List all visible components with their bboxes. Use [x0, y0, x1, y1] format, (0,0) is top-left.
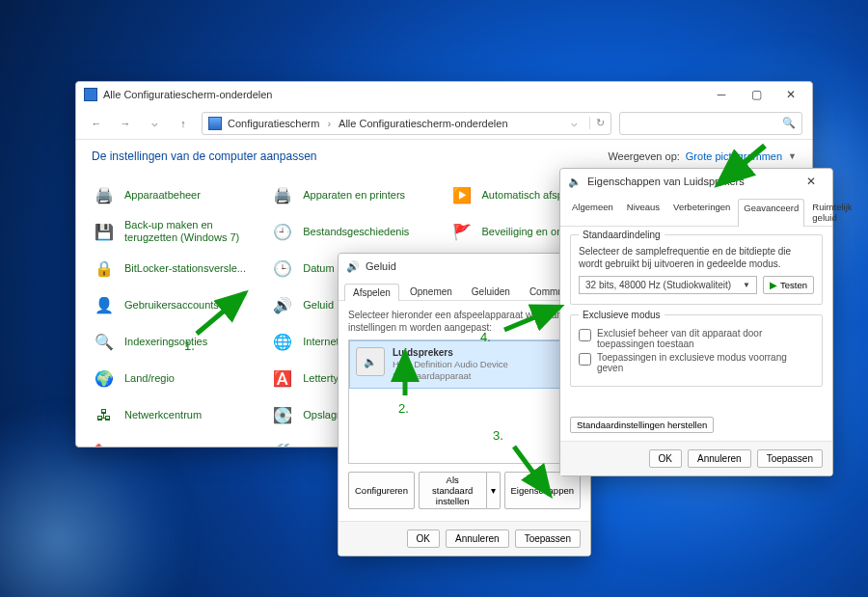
prop-tab[interactable]: Ruimtelijk geluid	[806, 198, 857, 226]
cp-item-label: Gebruikersaccounts	[124, 299, 219, 312]
back-button[interactable]: ←	[86, 113, 107, 134]
prop-title: Eigenschappen van Luidsprekers	[587, 176, 794, 187]
cp-item[interactable]: 🔍Indexeringsopties	[90, 325, 262, 358]
chevron-down-icon: ▼	[788, 151, 797, 161]
up-button[interactable]: ↑	[173, 113, 194, 134]
cp-item[interactable]: 🖧Netwerkcentrum	[90, 398, 262, 431]
cp-item[interactable]: 🔒BitLocker-stationsversle...	[90, 252, 262, 285]
cp-item[interactable]: 🖨️Apparaatbeheer	[90, 178, 262, 211]
restore-defaults-button[interactable]: Standaardinstellingen herstellen	[570, 417, 714, 433]
format-desc: Selecteer de samplefrequentie en de bitd…	[579, 245, 814, 270]
search-input[interactable]	[626, 118, 782, 129]
cp-item-icon: 🕒	[270, 256, 295, 281]
speaker-icon: 🔈	[356, 347, 385, 376]
cp-item[interactable]: 🕘Bestandsgeschiedenis	[268, 215, 441, 248]
cp-item-icon: ✏️	[92, 439, 117, 447]
maximize-button[interactable]: ▢	[739, 84, 773, 105]
apply-button[interactable]: Toepassen	[515, 529, 581, 548]
view-picker[interactable]: Weergeven op: Grote pictogrammen ▼	[608, 150, 797, 162]
cp-item-label: Geluid	[303, 299, 334, 312]
cp-item-label: Bestandsgeschiedenis	[303, 226, 409, 238]
breadcrumb-root[interactable]: Configuratiescherm	[228, 118, 319, 129]
group-exclusive-title: Exclusieve modus	[579, 310, 665, 320]
cp-item[interactable]: 🌍Land/regio	[90, 362, 262, 394]
exclusive-control-row[interactable]: Exclusief beheer van dit apparaat door t…	[579, 328, 814, 349]
group-exclusive: Exclusieve modus Exclusief beheer van di…	[570, 314, 823, 387]
cp-item[interactable]: 👤Gebruikersaccounts	[90, 288, 262, 321]
prop-tab[interactable]: Verbeteringen	[667, 198, 736, 226]
test-button-label: Testen	[780, 280, 807, 290]
device-status: Standaardapparaat	[393, 370, 508, 382]
exclusive-control-checkbox[interactable]	[579, 329, 591, 341]
cp-item-label: Apparaten en printers	[303, 189, 405, 202]
close-button[interactable]: ✕	[773, 84, 808, 105]
snd-tab[interactable]: Afspelen	[344, 284, 399, 301]
view-value[interactable]: Grote pictogrammen	[686, 150, 782, 162]
snd-tab[interactable]: Opnemen	[401, 283, 461, 300]
snd-button-row: Configureren Als standaard instellen ▾ E…	[348, 464, 581, 513]
cp-item[interactable]: 💾Back-up maken en terugzetten (Windows 7…	[90, 215, 262, 248]
snd-titlebar: 🔊 Geluid ✕	[339, 254, 590, 279]
cp-item-icon: 🕘	[270, 219, 295, 244]
cp-item-icon: 🖨️	[270, 182, 295, 207]
cancel-button[interactable]: Annuleren	[446, 529, 509, 548]
device-meta: Luidsprekers High Definition Audio Devic…	[393, 347, 508, 382]
apply-button[interactable]: Toepassen	[757, 449, 823, 468]
chevron-down-icon[interactable]: ⌵	[571, 117, 578, 129]
device-row-speakers[interactable]: 🔈 Luidsprekers High Definition Audio Dev…	[349, 340, 580, 389]
cp-item-icon: ▶️	[449, 182, 475, 207]
cp-item-label: Netwerkcentrum	[124, 409, 202, 421]
cp-item[interactable]: 🖨️Apparaten en printers	[268, 178, 441, 211]
exclusive-priority-checkbox[interactable]	[579, 353, 591, 366]
cp-item-icon: 🌐	[270, 329, 295, 354]
history-dropdown[interactable]: ⌵	[144, 113, 165, 134]
cp-item-icon: 🔍	[92, 329, 117, 354]
snd-title: Geluid	[366, 260, 552, 272]
breadcrumb-separator: ›	[325, 118, 333, 129]
cp-item-icon: 🔒	[92, 256, 117, 281]
exclusive-control-label: Exclusief beheer van dit apparaat door t…	[597, 328, 814, 349]
configure-button[interactable]: Configureren	[348, 472, 415, 509]
ok-button[interactable]: OK	[649, 449, 682, 468]
cp-item-label: BitLocker-stationsversle...	[124, 262, 246, 275]
cp-item-icon: 🖨️	[92, 182, 117, 207]
cp-item-label: Indexeringsopties	[124, 336, 207, 348]
cp-heading: De instellingen van de computer aanpasse…	[92, 149, 316, 163]
cp-titlebar: Alle Configuratiescherm-onderdelen ─ ▢ ✕	[76, 82, 812, 107]
snd-body: Selecteer hieronder een afspeelapparaat …	[339, 301, 590, 521]
cancel-button[interactable]: Annuleren	[688, 449, 751, 468]
minimize-button[interactable]: ─	[704, 84, 739, 105]
prop-tab[interactable]: Geavanceerd	[738, 199, 804, 227]
cp-item[interactable]: ✏️Pen en aanraken	[90, 435, 262, 447]
search-box[interactable]: 🔍	[619, 112, 802, 135]
device-list[interactable]: 🔈 Luidsprekers High Definition Audio Dev…	[348, 339, 581, 464]
group-format-title: Standaardindeling	[579, 230, 665, 240]
prop-titlebar: 🔈 Eigenschappen van Luidsprekers ✕	[560, 169, 832, 194]
properties-button[interactable]: Eigenschappen	[504, 472, 582, 509]
cp-item-icon: 🛠️	[270, 439, 295, 447]
close-button[interactable]: ✕	[794, 171, 828, 192]
speaker-properties-dialog: 🔈 Eigenschappen van Luidsprekers ✕ Algem…	[559, 168, 833, 476]
breadcrumb-child[interactable]: Alle Configuratiescherm-onderdelen	[339, 118, 507, 129]
search-icon: 🔍	[782, 117, 796, 129]
view-label: Weergeven op:	[608, 150, 679, 162]
ok-button[interactable]: OK	[407, 529, 440, 548]
test-button[interactable]: ▶Testen	[763, 276, 814, 294]
cp-item-label: Apparaatbeheer	[124, 189, 201, 202]
prop-body: Standaardindeling Selecteer de samplefre…	[560, 227, 832, 441]
snd-tab[interactable]: Geluiden	[463, 283, 519, 300]
set-default-dropdown[interactable]: ▾	[487, 472, 501, 509]
prop-tabs: AlgemeenNiveausVerbeteringenGeavanceerdR…	[560, 194, 832, 227]
refresh-icon[interactable]: ↻	[589, 117, 605, 129]
cp-item-icon: 🚩	[449, 219, 475, 244]
exclusive-priority-row[interactable]: Toepassingen in exclusieve modus voorran…	[579, 352, 814, 373]
set-default-button[interactable]: Als standaard instellen	[419, 472, 487, 509]
address-bar[interactable]: Configuratiescherm › Alle Configuratiesc…	[202, 112, 611, 135]
cp-item-icon: 🖧	[92, 402, 117, 427]
cp-window-title: Alle Configuratiescherm-onderdelen	[103, 89, 704, 100]
prop-tab[interactable]: Algemeen	[566, 198, 619, 226]
forward-button[interactable]: →	[115, 113, 136, 134]
prop-tab[interactable]: Niveaus	[621, 198, 665, 226]
cp-item-icon: 🅰️	[270, 366, 295, 391]
format-select[interactable]: 32 bits, 48000 Hz (Studiokwaliteit) ▼	[579, 276, 757, 294]
